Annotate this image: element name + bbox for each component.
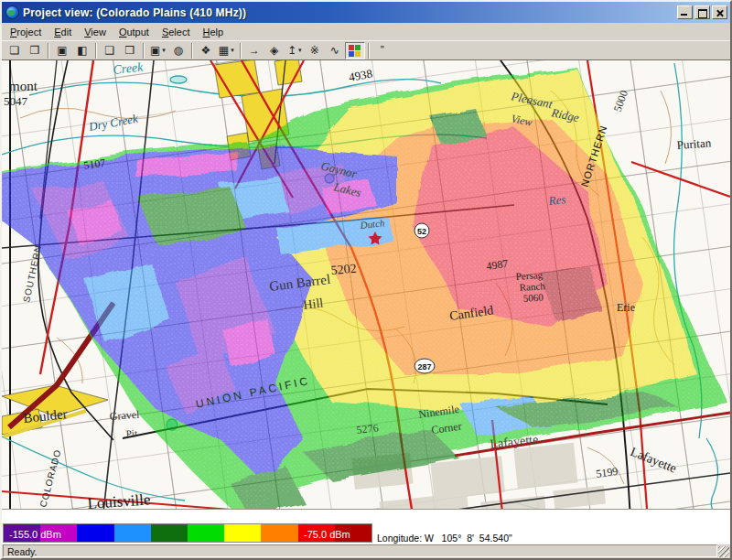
dropdown-arrow-icon: ▾ bbox=[162, 47, 166, 54]
legend-segment bbox=[77, 524, 113, 542]
picture-properties-button[interactable]: ▣ bbox=[52, 42, 72, 59]
legend-segment bbox=[224, 524, 261, 542]
minimize-button[interactable] bbox=[677, 5, 693, 19]
dropdown-arrow-icon: ▾ bbox=[298, 47, 302, 54]
world-map-icon: ◍ bbox=[174, 44, 183, 57]
new-picture-icon: ❏ bbox=[10, 44, 20, 57]
status-bar: Ready. bbox=[2, 544, 730, 558]
signal-wave-button[interactable]: ∿ bbox=[325, 42, 345, 59]
legend-segment bbox=[335, 524, 371, 542]
menu-item-view[interactable]: View bbox=[78, 25, 113, 39]
merge-pictures-button[interactable]: ❐ bbox=[25, 42, 45, 59]
longitude-readout: Longitude: W 105° 8' 54.540" bbox=[377, 533, 512, 544]
draw-link-icon: → bbox=[249, 44, 260, 57]
globe-icon bbox=[5, 5, 19, 19]
map-cube-icon: ❑ bbox=[105, 44, 115, 57]
window-title: Project view: (Colorado Plains (410 MHz)… bbox=[23, 6, 677, 19]
picture-options-button[interactable]: ▣▾ bbox=[147, 42, 168, 59]
interference-button[interactable]: ※ bbox=[305, 42, 325, 59]
mosaic-coverage-icon bbox=[349, 45, 361, 57]
dropdown-arrow-icon: ▾ bbox=[231, 47, 234, 54]
menu-item-project[interactable]: Project bbox=[4, 25, 48, 39]
legend-segment bbox=[4, 524, 40, 542]
coverage-plot-icon: ↥ bbox=[287, 44, 296, 57]
interference-icon: ※ bbox=[310, 44, 319, 57]
merge-pictures-icon: ❐ bbox=[30, 44, 40, 57]
title-bar[interactable]: Project view: (Colorado Plains (410 MHz)… bbox=[2, 2, 730, 23]
coverage-map[interactable]: Creekmont5047Dry Creek51074938PleasantVi… bbox=[2, 60, 730, 509]
status-message: Ready. bbox=[3, 544, 717, 557]
menu-bar: ProjectEditViewOutputSelectHelp bbox=[2, 23, 730, 40]
view-links-button[interactable]: ◈ bbox=[264, 42, 285, 59]
text-label-icon: ” bbox=[381, 44, 384, 57]
map-cube-alt-button[interactable]: ❒ bbox=[120, 42, 140, 59]
view-3d-icon: ❖ bbox=[200, 44, 210, 57]
toolbar: ❏❐▣◧❑❒▣▾◍❖▦▾→◈↥▾※∿” bbox=[2, 40, 730, 59]
map-label: 52 bbox=[417, 227, 426, 236]
grid-options-icon: ▦ bbox=[219, 44, 229, 57]
world-map-button[interactable]: ◍ bbox=[168, 42, 188, 59]
view-links-icon: ◈ bbox=[270, 44, 278, 57]
menu-item-output[interactable]: Output bbox=[113, 25, 156, 39]
legend-segment bbox=[298, 524, 335, 542]
close-button[interactable] bbox=[712, 5, 727, 19]
picture-options-icon: ▣ bbox=[150, 44, 160, 57]
map-label: 5202 bbox=[330, 262, 357, 277]
toolbar-separator bbox=[191, 43, 193, 59]
elevation-grid-button[interactable]: ◧ bbox=[72, 42, 92, 59]
new-picture-button[interactable]: ❏ bbox=[5, 42, 25, 59]
map-label: Gravel bbox=[109, 408, 140, 423]
menu-item-select[interactable]: Select bbox=[156, 25, 197, 39]
toolbar-separator bbox=[368, 43, 370, 59]
toolbar-separator bbox=[143, 43, 145, 59]
map-cube-button[interactable]: ❑ bbox=[100, 42, 120, 59]
project-view-window: Project view: (Colorado Plains (410 MHz)… bbox=[0, 0, 732, 560]
legend-segment bbox=[188, 524, 224, 542]
map-label: 5276 bbox=[356, 422, 379, 436]
toolbar-separator bbox=[48, 43, 49, 59]
map-cube-alt-icon: ❒ bbox=[125, 44, 135, 57]
legend-segment bbox=[261, 524, 297, 542]
map-label: mont bbox=[9, 79, 38, 93]
view-3d-button[interactable]: ❖ bbox=[196, 42, 216, 59]
map-view[interactable]: Creekmont5047Dry Creek51074938PleasantVi… bbox=[2, 59, 730, 509]
map-label: Res bbox=[547, 192, 566, 208]
draw-link-button[interactable]: → bbox=[244, 42, 264, 59]
signal-wave-icon: ∿ bbox=[330, 44, 339, 57]
signal-legend bbox=[3, 523, 372, 543]
coverage-plot-button[interactable]: ↥▾ bbox=[285, 42, 305, 59]
text-label-button[interactable]: ” bbox=[372, 42, 393, 59]
bottom-panel: -155.0 dBm -75.0 dBm Longitude: W 105° 8… bbox=[2, 509, 730, 544]
toolbar-separator bbox=[95, 43, 97, 59]
maximize-button[interactable] bbox=[694, 5, 710, 19]
resize-grip[interactable] bbox=[718, 546, 729, 557]
map-label: Erie bbox=[617, 301, 635, 314]
map-label: 287 bbox=[417, 362, 431, 372]
map-label: Puritan bbox=[676, 135, 712, 152]
toolbar-separator bbox=[240, 43, 242, 59]
mosaic-coverage-button[interactable] bbox=[345, 42, 365, 59]
grid-options-button[interactable]: ▦▾ bbox=[216, 42, 237, 59]
elevation-grid-icon: ◧ bbox=[77, 44, 87, 57]
map-label: Hill bbox=[303, 296, 325, 312]
menu-item-edit[interactable]: Edit bbox=[48, 25, 78, 39]
picture-properties-icon: ▣ bbox=[57, 44, 67, 57]
map-label: 5047 bbox=[4, 94, 28, 108]
menu-item-help[interactable]: Help bbox=[197, 25, 231, 39]
map-label: 5060 bbox=[522, 291, 544, 304]
legend-segment bbox=[40, 524, 77, 542]
legend-segment bbox=[114, 524, 151, 542]
map-label: Pit bbox=[125, 427, 137, 439]
legend-segment bbox=[151, 524, 188, 542]
